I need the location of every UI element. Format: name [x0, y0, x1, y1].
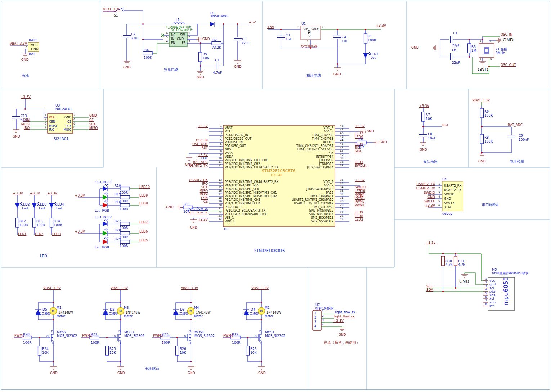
- gnd: GND: [197, 76, 204, 79]
- pin_d: D: [259, 330, 261, 333]
- inner: vcc: [489, 279, 495, 283]
- net: PWM2: [355, 200, 365, 203]
- net: GND: [89, 114, 97, 117]
- vout: Vout: [311, 28, 318, 31]
- r9: R9: [358, 138, 363, 141]
- n2: 2: [188, 36, 190, 39]
- inner: xda: [489, 294, 496, 297]
- r6: R6: [484, 110, 489, 113]
- r: R28: [115, 229, 121, 232]
- f: SPI2_MISO/PB14: [309, 213, 333, 216]
- m: M3: [124, 306, 129, 310]
- n: 44: [340, 139, 344, 142]
- gnd: GND: [177, 37, 184, 40]
- title: LED_RGB2: [95, 216, 112, 219]
- c13: C13: [21, 114, 27, 118]
- gnd: GND: [333, 73, 341, 76]
- r3_val: 1M: [471, 49, 476, 53]
- f: PD0/OSC_IN: [225, 141, 243, 144]
- n: 4: [314, 325, 316, 328]
- r: R13: [36, 220, 43, 223]
- pin_d: D: [51, 330, 53, 333]
- r30: R30: [445, 260, 452, 263]
- caption-optflow: 光流（预留，未使用）: [324, 341, 360, 344]
- net: CSN: [201, 197, 208, 200]
- n: 35: [340, 182, 344, 185]
- pin_s: S: [260, 342, 262, 345]
- rg: R22: [162, 333, 168, 336]
- f: PC14/OSC32_IN: [225, 134, 248, 136]
- f: BOOT0: [323, 141, 333, 144]
- caption-radio: Si24R01: [54, 137, 69, 141]
- f: TIM4_CH2/I2C1_SDA/PB7: [296, 144, 333, 147]
- f: PB2/BOOT1: [225, 206, 242, 208]
- d: D5: [42, 308, 47, 311]
- f: JTMS/SWDIO/PA13: [306, 188, 333, 190]
- mos_part: MOS_SI2302: [194, 334, 215, 338]
- f: VDDA: [225, 155, 233, 158]
- net: LED9: [139, 194, 148, 197]
- n: 3: [314, 320, 316, 323]
- f: VDD_2: [323, 180, 333, 183]
- gnd: GND: [166, 206, 174, 209]
- r30_val: 4.7k: [445, 263, 453, 266]
- f: TIM1_CH1/PA8: [312, 206, 333, 208]
- n: 1: [45, 114, 46, 117]
- net: BAT_ADC: [193, 161, 208, 164]
- osc_out: OSC_OUT: [501, 63, 516, 67]
- n1: 1: [188, 32, 190, 35]
- led1: LED1: [370, 53, 378, 56]
- d_part: 开关二极管: [244, 312, 259, 315]
- n: 31: [340, 197, 344, 199]
- f: TIM1_CH4/PA11: [310, 195, 333, 198]
- f: JTDI/PA15: [319, 162, 333, 165]
- m5: M5: [492, 268, 497, 271]
- f: JTDO/PB3: [319, 159, 333, 162]
- n6: 6: [166, 32, 168, 35]
- inner: int: [489, 305, 494, 308]
- v33: +3.3V: [419, 104, 429, 108]
- net-vbat: VBAT_3.3V: [10, 42, 27, 45]
- r: R29: [115, 238, 121, 241]
- gnd-label: GND: [21, 58, 29, 62]
- rg_val: 100R: [162, 341, 170, 344]
- n: 36: [340, 179, 344, 181]
- motor_letter: M: [260, 310, 263, 312]
- v33: +3.3V: [75, 194, 85, 197]
- u4: U4: [442, 178, 447, 181]
- rp_val: 10K: [180, 351, 186, 355]
- inner: CSN: [49, 120, 55, 123]
- r8_val: 100K: [484, 140, 493, 143]
- p3: 3: [297, 26, 299, 29]
- n: 27: [340, 211, 344, 214]
- v5: +5V: [267, 26, 274, 29]
- optflow-header[interactable]: [313, 310, 321, 330]
- n: 4: [73, 118, 75, 121]
- gnd: GND: [478, 160, 486, 163]
- f: PA3/ADC_IN3/TIM2_CH4/USART2_RX: [225, 180, 278, 183]
- c6: C6: [452, 49, 456, 52]
- n: 5: [438, 200, 440, 203]
- n: 16: [218, 189, 222, 192]
- n: 24: [218, 218, 222, 221]
- pin_s: S: [189, 342, 191, 345]
- c2: C2: [131, 33, 135, 36]
- inner: SWCLK: [444, 202, 454, 204]
- n: 1: [438, 183, 440, 185]
- n: 29: [340, 204, 344, 207]
- crystal-y1[interactable]: [479, 43, 494, 58]
- m: M2: [265, 306, 270, 310]
- r31: R31: [458, 260, 465, 263]
- n3: 3: [188, 40, 190, 43]
- v5: +5V: [249, 21, 256, 24]
- n: 22: [218, 211, 222, 214]
- d: D3: [180, 308, 185, 311]
- n: 8: [485, 303, 487, 306]
- v: 100R: [120, 208, 128, 211]
- sw: SW: [180, 33, 185, 36]
- r6_val: 100K: [484, 114, 493, 117]
- n: 9: [220, 153, 222, 156]
- f: VDD_3: [323, 126, 333, 129]
- bat_adc: BAT_ADC: [508, 123, 523, 127]
- caption-regulator: 稳压电路: [306, 74, 321, 77]
